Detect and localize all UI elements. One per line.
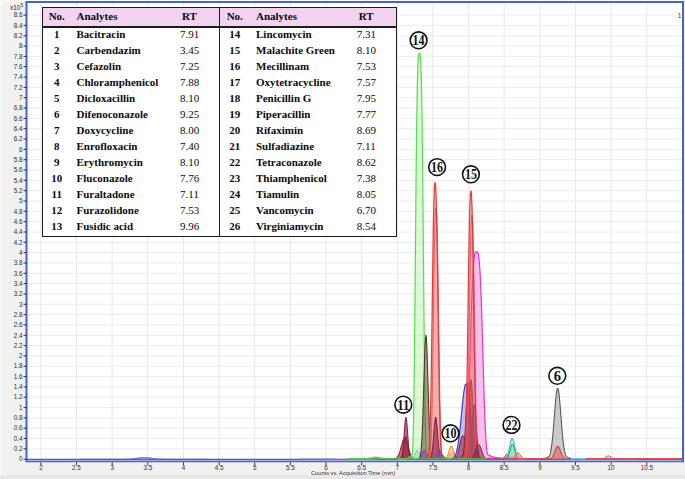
svg-text:7.8: 7.8 <box>14 53 23 60</box>
svg-text:6: 6 <box>19 146 23 153</box>
svg-text:10: 10 <box>445 425 457 441</box>
svg-text:0.8: 0.8 <box>14 414 23 421</box>
svg-text:9.5: 9.5 <box>571 464 580 471</box>
svg-text:14: 14 <box>413 32 425 48</box>
svg-text:3.8: 3.8 <box>14 259 23 266</box>
svg-text:3.4: 3.4 <box>14 280 23 287</box>
svg-text:3.2: 3.2 <box>14 290 23 297</box>
svg-text:8: 8 <box>19 42 23 49</box>
svg-text:2: 2 <box>39 464 43 471</box>
svg-text:4.4: 4.4 <box>14 228 23 235</box>
svg-text:0.6: 0.6 <box>14 424 23 431</box>
svg-text:1.6: 1.6 <box>14 373 23 380</box>
svg-text:2.5: 2.5 <box>72 464 81 471</box>
svg-text:2.2: 2.2 <box>14 342 23 349</box>
svg-text:3.6: 3.6 <box>14 270 23 277</box>
svg-text:7.6: 7.6 <box>14 63 23 70</box>
svg-text:7.5: 7.5 <box>429 464 438 471</box>
svg-text:8: 8 <box>467 464 471 471</box>
svg-text:5.2: 5.2 <box>14 187 23 194</box>
svg-text:11: 11 <box>397 397 409 413</box>
svg-text:8.5: 8.5 <box>500 464 509 471</box>
svg-text:2: 2 <box>19 352 23 359</box>
svg-text:1: 1 <box>678 12 682 19</box>
svg-text:0.2: 0.2 <box>14 445 23 452</box>
svg-text:1.4: 1.4 <box>14 383 23 390</box>
svg-text:6.6: 6.6 <box>14 115 23 122</box>
svg-text:5: 5 <box>19 197 23 204</box>
svg-text:3.5: 3.5 <box>143 464 152 471</box>
svg-text:4.6: 4.6 <box>14 218 23 225</box>
svg-text:10: 10 <box>608 464 616 471</box>
svg-text:8.4: 8.4 <box>14 22 23 29</box>
svg-text:2.6: 2.6 <box>14 321 23 328</box>
svg-text:Counts vs. Acquisition Time (m: Counts vs. Acquisition Time (min) <box>311 470 395 476</box>
svg-text:5.4: 5.4 <box>14 177 23 184</box>
svg-text:9: 9 <box>538 464 542 471</box>
svg-text:10.5: 10.5 <box>641 464 654 471</box>
svg-text:5.6: 5.6 <box>14 166 23 173</box>
svg-text:16: 16 <box>431 159 443 175</box>
svg-text:4: 4 <box>182 464 186 471</box>
svg-text:6.8: 6.8 <box>14 104 23 111</box>
svg-text:7: 7 <box>396 464 400 471</box>
svg-text:x10: x10 <box>10 4 21 11</box>
svg-text:4: 4 <box>19 249 23 256</box>
svg-text:22: 22 <box>506 417 518 433</box>
svg-text:5: 5 <box>253 464 257 471</box>
svg-text:1.8: 1.8 <box>14 362 23 369</box>
svg-text:0: 0 <box>19 455 23 462</box>
svg-text:1: 1 <box>19 404 23 411</box>
svg-text:0.4: 0.4 <box>14 435 23 442</box>
svg-text:7.2: 7.2 <box>14 84 23 91</box>
svg-text:4.5: 4.5 <box>215 464 224 471</box>
svg-text:6.4: 6.4 <box>14 125 23 132</box>
svg-text:3: 3 <box>110 464 114 471</box>
svg-text:2.8: 2.8 <box>14 311 23 318</box>
svg-text:3: 3 <box>19 301 23 308</box>
svg-text:5.5: 5.5 <box>286 464 295 471</box>
svg-text:15: 15 <box>465 166 477 182</box>
svg-text:7.4: 7.4 <box>14 73 23 80</box>
svg-text:6.2: 6.2 <box>14 135 23 142</box>
svg-text:1.2: 1.2 <box>14 393 23 400</box>
svg-text:4.8: 4.8 <box>14 208 23 215</box>
svg-text:5.8: 5.8 <box>14 156 23 163</box>
svg-text:4.2: 4.2 <box>14 239 23 246</box>
svg-text:8.6: 8.6 <box>14 11 23 18</box>
svg-text:8.2: 8.2 <box>14 32 23 39</box>
svg-text:7: 7 <box>19 94 23 101</box>
svg-text:2.4: 2.4 <box>14 332 23 339</box>
svg-text:6: 6 <box>554 368 561 384</box>
svg-text:5: 5 <box>21 2 24 8</box>
